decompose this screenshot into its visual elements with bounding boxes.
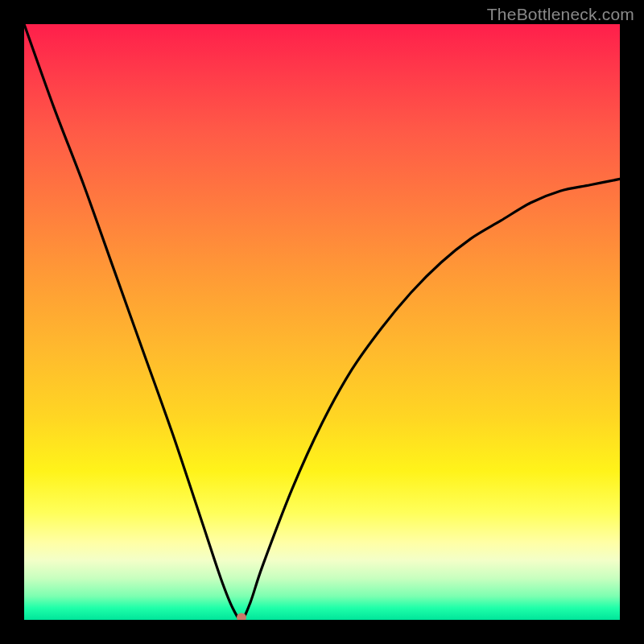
bottleneck-curve (24, 24, 620, 620)
chart-frame: TheBottleneck.com (0, 0, 644, 644)
plot-area (24, 24, 620, 620)
watermark-text: TheBottleneck.com (487, 5, 634, 24)
minimum-marker-dot (237, 613, 246, 621)
curve-svg (24, 24, 620, 620)
